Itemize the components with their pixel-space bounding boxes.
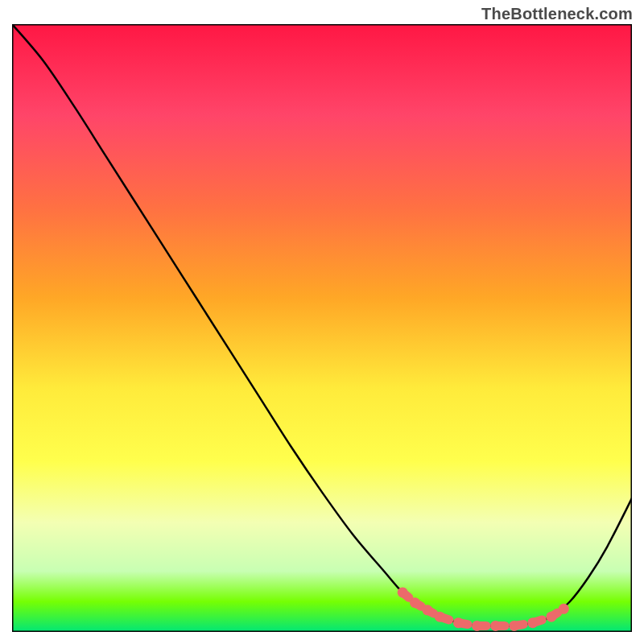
marker-segment (514, 625, 524, 626)
chart-svg (12, 24, 632, 632)
marker-segment (440, 617, 449, 620)
marker-segment (533, 620, 543, 623)
attribution-label: TheBottleneck.com (481, 5, 633, 23)
marker-segment (415, 603, 422, 607)
marker-segment (551, 613, 558, 617)
marker-segment (458, 623, 468, 625)
marker-dot (559, 604, 569, 614)
plot-area (12, 24, 632, 632)
chart-container: TheBottleneck.com (0, 0, 644, 644)
marker-segment (402, 592, 409, 597)
marker-segment (427, 610, 434, 613)
gradient-background (12, 24, 632, 632)
